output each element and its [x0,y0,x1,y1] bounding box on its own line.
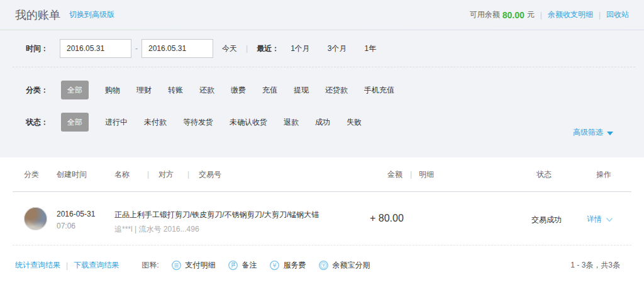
filter-panel: 我的账单 切换到高级版 可用余额 80.00 元 | 余额收支明细 | 回收站 … [0,0,644,157]
category-filter-row: 分类： 全部 购物 理财 转账 还款 缴费 充值 提现 还贷款 手机充值 [0,81,644,99]
detail-toggle[interactable]: 详情 [587,214,613,225]
category-option-fees[interactable]: 缴费 [231,85,246,96]
category-option-topup[interactable]: 充值 [262,85,277,96]
divider: | [147,170,149,179]
balance-label: 可用余额 [470,9,500,20]
date-range-separator: - [135,44,138,53]
table-header-row: 分类 创建时间 名称 | 对方 | 交易号 金额 | 明细 状态 操作 [13,157,631,192]
legend-item-label: 支付明细 [185,260,215,271]
cell-name: 正品上利手工锻打剪刀/铁皮剪刀/不锈钢剪刀/大剪刀/锰钢大锚 追***l | 流… [114,210,385,235]
transaction-status: 交易成功 [531,215,562,225]
bill-page: 我的账单 切换到高级版 可用余额 80.00 元 | 余额收支明细 | 回收站 … [0,0,644,299]
detail-link: 详情 [587,214,602,225]
legend-item-label: 备注 [242,260,257,271]
status-filter-row: 状态： 全部 进行中 未付款 等待发货 未确认收货 退款 成功 失败 [0,113,644,132]
legend-item: 支付明细 [171,260,215,271]
status-option-awaiting-shipment[interactable]: 等待发货 [183,117,213,128]
recent-label: 最近： [257,43,279,54]
legend-item: ¥ 服务费 [269,260,306,271]
advanced-filter-toggle[interactable]: 高级筛选 [573,127,613,138]
transaction-avatar [24,207,47,230]
legend-item: 备注 [228,260,257,271]
payment-detail-icon [171,260,182,271]
page-title: 我的账单 [15,8,60,23]
serial-number: 流水号 2016...496 [139,225,199,234]
recent-option-1year[interactable]: 1年 [365,43,377,54]
status-option-unconfirmed-receipt[interactable]: 未确认收货 [230,117,267,128]
balance-summary: 可用余额 80.00 元 | 余额收支明细 | 回收站 [470,9,629,20]
triangle-down-icon [607,132,613,135]
divider: | [66,261,68,270]
service-fee-yen-icon: ¥ [269,260,280,271]
download-result-link[interactable]: 下载查询结果 [74,260,119,271]
col-header-txn-no: 交易号 [199,169,221,180]
legend-item: ¥ 余额宝分期 [318,260,370,271]
col-header-status: 状态 [536,169,552,180]
page-header: 我的账单 切换到高级版 可用余额 80.00 元 | 余额收支明细 | 回收站 [0,0,644,30]
date-from-input[interactable] [60,39,131,58]
category-option-withdraw[interactable]: 提现 [294,85,309,96]
status-option-failed[interactable]: 失败 [347,117,362,128]
balance-detail-link[interactable]: 余额收支明细 [548,9,593,20]
svg-text:¥: ¥ [273,262,277,269]
col-header-counterparty: 对方 [158,169,174,180]
status-option-all[interactable]: 全部 [61,113,89,132]
status-option-success[interactable]: 成功 [315,117,330,128]
pagination-summary: 1 - 3条，共3条 [570,260,620,271]
col-header-created: 创建时间 [57,169,87,180]
category-option-transfer[interactable]: 转账 [168,85,183,96]
time-filter-row: 时间： - 今天 | 最近： 1个月 3个月 1年 [13,30,635,67]
category-option-repay[interactable]: 还款 [199,85,214,96]
table-row: 2016-05-31 07:06 正品上利手工锻打剪刀/铁皮剪刀/不锈钢剪刀/大… [13,192,631,245]
chevron-down-icon [606,217,613,223]
today-link[interactable]: 今天 [222,43,237,54]
status-option-refund[interactable]: 退款 [284,117,299,128]
switch-to-advanced-link[interactable]: 切换到高级版 [69,9,114,20]
date-to-input[interactable] [142,39,213,58]
legend-label: 图释: [142,260,158,271]
cell-created-time: 2016-05-31 07:06 [57,210,95,230]
category-option-mobile-topup[interactable]: 手机充值 [364,85,394,96]
time-label: 时间： [26,43,48,54]
counterparty: 追***l [114,225,133,234]
recent-option-3months[interactable]: 3个月 [328,43,347,54]
divider: | [187,170,189,179]
transaction-amount: + 80.00 [370,213,404,224]
status-option-processing[interactable]: 进行中 [105,117,128,128]
transaction-date: 2016-05-31 [57,210,95,218]
balance-value: 80.00 [502,10,525,20]
divider: | [540,11,542,20]
divider: | [246,44,248,53]
transaction-title: 正品上利手工锻打剪刀/铁皮剪刀/不锈钢剪刀/大剪刀/锰钢大锚 [114,210,385,220]
legend-item-label: 余额宝分期 [332,260,370,271]
category-option-wealth[interactable]: 理财 [136,85,152,96]
stats-result-link[interactable]: 统计查询结果 [15,260,60,271]
col-header-category: 分类 [24,169,39,180]
transaction-subline: 追***l | 流水号 2016...496 [114,224,385,235]
col-header-detail: 明细 [419,169,434,180]
legend-item-label: 服务费 [283,260,306,271]
status-option-unpaid[interactable]: 未付款 [144,117,167,128]
category-option-loan-repay[interactable]: 还贷款 [325,85,348,96]
yuebao-installment-icon: ¥ [318,260,329,271]
category-option-all[interactable]: 全部 [61,81,89,99]
bill-table: 分类 创建时间 名称 | 对方 | 交易号 金额 | 明细 状态 操作 2016… [0,157,644,271]
note-flag-icon [228,260,238,271]
recent-option-1month[interactable]: 1个月 [291,43,310,54]
status-label: 状态： [26,117,48,128]
recycle-bin-link[interactable]: 回收站 [606,9,629,20]
category-label: 分类： [26,85,48,96]
col-header-action: 操作 [596,169,611,180]
col-header-name: 名称 [114,169,130,180]
table-footer: 统计查询结果 | 下载查询结果 图释: 支付明细 备注 [0,260,644,271]
balance-unit: 元 [527,9,535,20]
divider: | [135,225,136,234]
category-option-shopping[interactable]: 购物 [105,85,120,96]
advanced-filter-label: 高级筛选 [573,127,603,138]
divider: | [599,11,601,20]
transaction-time: 07:06 [57,222,95,230]
col-header-amount: 金额 [387,169,402,180]
svg-text:¥: ¥ [323,262,326,268]
divider: | [410,170,412,179]
